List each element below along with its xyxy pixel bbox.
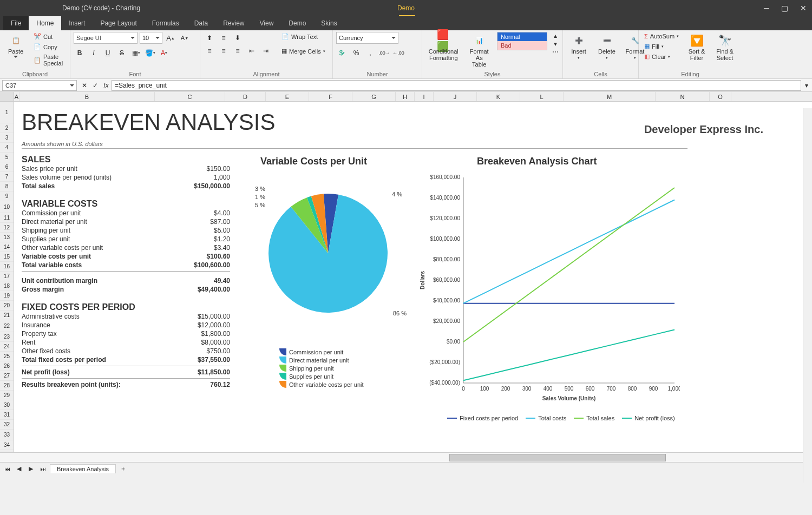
row-header-21[interactable]: 21	[0, 311, 14, 320]
add-sheet-button[interactable]: ＋	[118, 465, 128, 473]
row-header-11[interactable]: 11	[0, 213, 14, 223]
comma-button[interactable]: ,	[364, 47, 376, 59]
expand-formula-button[interactable]: ▾	[801, 82, 812, 89]
col-header-C[interactable]: C	[155, 92, 225, 101]
font-color-button[interactable]: A▾	[158, 47, 170, 59]
tab-nav-first[interactable]: ⏮	[2, 466, 12, 472]
tab-review[interactable]: Review	[215, 16, 252, 30]
row-header-33[interactable]: 33	[0, 430, 14, 440]
align-top-button[interactable]: ⬆	[204, 32, 215, 44]
row-header-2[interactable]: 2	[0, 123, 14, 133]
shrink-font-button[interactable]: A▼	[179, 32, 191, 44]
increase-indent-button[interactable]: ⇥	[260, 45, 272, 57]
row-header-17[interactable]: 17	[0, 272, 14, 281]
maximize-button[interactable]: ▢	[781, 4, 788, 12]
row-header-24[interactable]: 24	[0, 342, 14, 352]
row-header-5[interactable]: 5	[0, 153, 14, 162]
row-header-16[interactable]: 16	[0, 262, 14, 272]
tab-nav-prev[interactable]: ◀	[14, 465, 24, 472]
decrease-indent-button[interactable]: ⇤	[246, 45, 258, 57]
wrap-text-button[interactable]: 📄Wrap Text	[279, 32, 328, 41]
row-header-29[interactable]: 29	[0, 391, 14, 400]
col-header-B[interactable]: B	[19, 92, 155, 101]
format-as-table-button[interactable]: 📊 Format As Table	[464, 32, 494, 70]
underline-button[interactable]: U	[102, 47, 114, 59]
row-header-32[interactable]: 32	[0, 420, 14, 430]
align-right-button[interactable]: ≡	[232, 45, 244, 57]
strikethrough-button[interactable]: S	[116, 47, 128, 59]
close-button[interactable]: ✕	[800, 4, 807, 12]
row-header-23[interactable]: 23	[0, 332, 14, 342]
row-header-7[interactable]: 7	[0, 172, 14, 182]
tab-nav-last[interactable]: ⏭	[38, 466, 48, 472]
increase-decimal-button[interactable]: .00→	[378, 47, 390, 59]
toolwindow-tab[interactable]: Demo	[397, 4, 415, 12]
row-header-1[interactable]: 1	[0, 102, 14, 123]
col-header-E[interactable]: E	[266, 92, 309, 101]
row-header-20[interactable]: 20	[0, 301, 14, 311]
row-header-34[interactable]: 34	[0, 440, 14, 450]
col-header-L[interactable]: L	[520, 92, 564, 101]
select-all-corner[interactable]	[0, 92, 14, 101]
row-header-25[interactable]: 25	[0, 352, 14, 361]
col-header-I[interactable]: I	[415, 92, 434, 101]
style-normal[interactable]: Normal	[497, 32, 547, 41]
fill-color-button[interactable]: 🪣▾	[144, 47, 156, 59]
style-bad[interactable]: Bad	[497, 41, 547, 50]
col-header-F[interactable]: F	[309, 92, 352, 101]
row-header-8[interactable]: 8	[0, 182, 14, 192]
italic-button[interactable]: I	[88, 47, 100, 59]
clear-button[interactable]: ◧Clear▾	[642, 52, 681, 61]
row-header-19[interactable]: 19	[0, 291, 14, 301]
col-header-O[interactable]: O	[710, 92, 731, 101]
font-size-combo[interactable]: 10	[140, 32, 162, 44]
merge-cells-button[interactable]: ▦Merge Cells▾	[279, 47, 328, 56]
col-header-G[interactable]: G	[352, 92, 396, 101]
tab-insert[interactable]: Insert	[61, 16, 93, 30]
fx-button[interactable]: fx	[101, 82, 112, 89]
grow-font-button[interactable]: A▲	[165, 32, 176, 44]
align-left-button[interactable]: ≡	[204, 45, 215, 57]
paste-special-button[interactable]: 📋Paste Special	[31, 52, 67, 68]
row-header-28[interactable]: 28	[0, 381, 14, 391]
row-header-4[interactable]: 4	[0, 143, 14, 153]
percent-button[interactable]: %	[350, 47, 362, 59]
number-format-combo[interactable]: Currency	[336, 32, 398, 44]
sheet-tab[interactable]: Breakeven Analysis	[50, 464, 116, 473]
name-box[interactable]: C37	[2, 80, 77, 91]
row-header-13[interactable]: 13	[0, 233, 14, 242]
align-bottom-button[interactable]: ⬇	[232, 32, 244, 44]
row-header-22[interactable]: 22	[0, 320, 14, 332]
sort-filter-button[interactable]: 🔽Sort & Filter	[684, 32, 709, 63]
gallery-more-button[interactable]: ⋯	[552, 48, 559, 56]
align-center-button[interactable]: ≡	[218, 45, 230, 57]
fill-button[interactable]: ▦Fill▾	[642, 42, 681, 51]
borders-button[interactable]: ▦▾	[130, 47, 142, 59]
insert-cells-button[interactable]: ➕Insert▾	[566, 32, 591, 62]
worksheet[interactable]: BREAKEVEN ANALYSIS Developer Express Inc…	[14, 102, 812, 452]
minimize-button[interactable]: ─	[764, 4, 769, 12]
row-header-31[interactable]: 31	[0, 410, 14, 420]
col-header-M[interactable]: M	[564, 92, 656, 101]
row-header-6[interactable]: 6	[0, 162, 14, 172]
col-header-K[interactable]: K	[477, 92, 520, 101]
copy-button[interactable]: 📄Copy	[31, 42, 67, 51]
gallery-up-button[interactable]: ▴	[552, 32, 559, 39]
paste-button[interactable]: 📋 Paste	[3, 32, 28, 60]
row-header-30[interactable]: 30	[0, 400, 14, 410]
gallery-down-button[interactable]: ▾	[552, 40, 559, 48]
cut-button[interactable]: ✂️Cut	[31, 32, 67, 41]
row-header-27[interactable]: 27	[0, 371, 14, 381]
align-middle-button[interactable]: ≡	[218, 32, 230, 44]
cell-styles-gallery[interactable]: Normal Bad	[497, 32, 547, 50]
col-header-D[interactable]: D	[225, 92, 266, 101]
tab-home[interactable]: Home	[29, 16, 61, 30]
row-header-26[interactable]: 26	[0, 361, 14, 371]
tab-skins[interactable]: Skins	[313, 16, 344, 30]
tab-formulas[interactable]: Formulas	[145, 16, 187, 30]
delete-cells-button[interactable]: ➖Delete▾	[594, 32, 619, 62]
row-header-12[interactable]: 12	[0, 223, 14, 233]
font-family-combo[interactable]: Segoe UI	[74, 32, 137, 44]
vertical-scrollbar[interactable]	[803, 108, 812, 483]
tab-demo[interactable]: Demo	[281, 16, 313, 30]
